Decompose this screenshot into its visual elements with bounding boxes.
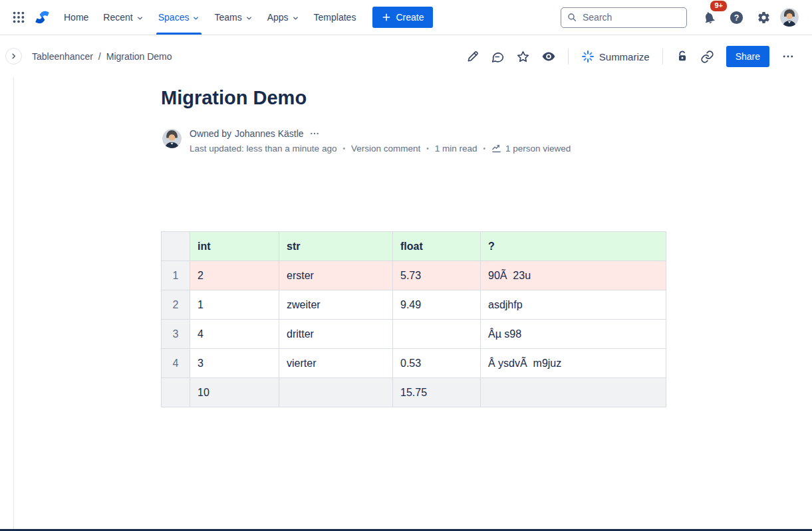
nav-item-teams[interactable]: Teams [207, 0, 259, 35]
nav-left: Home Recent Spaces Teams [8, 0, 433, 35]
table-header-row: int str float ? [162, 232, 666, 261]
unlock-icon [676, 50, 689, 63]
row-number [162, 378, 190, 407]
create-button[interactable]: Create [372, 7, 433, 28]
table-cell: 0.53 [393, 349, 481, 378]
copy-link-button[interactable] [697, 46, 718, 67]
chevron-down-icon [292, 15, 299, 22]
summarize-button[interactable]: Summarize [577, 46, 654, 67]
breadcrumb-separator: / [98, 51, 101, 62]
nav-item-label: Templates [314, 12, 356, 23]
table-cell [279, 378, 393, 407]
chevron-down-icon [192, 15, 200, 22]
confluence-page: Home Recent Spaces Teams [0, 0, 812, 531]
nav-item-apps[interactable]: Apps [260, 0, 307, 35]
watch-button[interactable] [538, 46, 559, 67]
nav-item-templates[interactable]: Templates [307, 0, 364, 35]
owner-more-button[interactable] [310, 129, 319, 138]
table-cell: 90Ã 23u [481, 261, 666, 290]
sidebar-expand-button[interactable] [5, 48, 22, 64]
app-switcher-icon[interactable] [8, 7, 29, 28]
svg-text:?: ? [734, 13, 739, 23]
byline-text: Owned by Johannes Kästle Last updated: l… [190, 129, 571, 154]
table-summary-row: 10 15.75 [162, 378, 666, 407]
edit-button[interactable] [462, 46, 483, 67]
create-button-label: Create [396, 12, 424, 23]
table-cell: vierter [279, 349, 393, 378]
version-comment-text: Version comment [351, 144, 420, 154]
eye-icon [541, 49, 556, 64]
more-actions-button[interactable] [777, 46, 799, 67]
table-cell [481, 378, 666, 407]
notifications-button[interactable]: 9+ [698, 7, 720, 28]
content-table: int str float ? 1 2 erster 5.73 90Ã 23u … [161, 231, 666, 407]
settings-button[interactable] [753, 7, 774, 28]
nav-item-recent[interactable]: Recent [96, 0, 150, 35]
sidebar-rail [13, 35, 14, 531]
gear-icon [757, 11, 771, 25]
breadcrumb-page-link[interactable]: Migration Demo [106, 51, 172, 62]
table-row: 1 2 erster 5.73 90Ã 23u [162, 261, 666, 290]
table-cell: erster [279, 261, 393, 290]
nav-item-label: Teams [214, 12, 241, 23]
ellipsis-icon [781, 50, 795, 63]
chevron-down-icon [245, 15, 253, 22]
table-cell: Âµ s98 [481, 320, 666, 349]
nav-item-label: Apps [267, 12, 289, 23]
meta-separator: • [483, 145, 486, 152]
table-cell: 2 [190, 261, 279, 290]
row-number: 1 [162, 261, 190, 290]
summarize-label: Summarize [599, 51, 650, 62]
page-toolbar: Tableenhancer / Migration Demo [0, 35, 812, 78]
table-cell: 9.49 [393, 290, 481, 320]
plus-icon [382, 13, 391, 22]
user-avatar[interactable] [780, 8, 799, 27]
help-button[interactable]: ? [726, 7, 747, 28]
breadcrumb-space-link[interactable]: Tableenhancer [32, 51, 93, 62]
column-header: int [190, 232, 279, 261]
notifications-badge: 9+ [709, 0, 728, 13]
views-text: 1 person viewed [505, 144, 571, 154]
owner-name-link[interactable]: Johannes Kästle [235, 128, 304, 139]
restrictions-button[interactable] [672, 46, 693, 67]
star-button[interactable] [513, 46, 534, 67]
table-cell: Â ysdvÃ m9juz [481, 349, 666, 378]
table-cell: 1 [190, 290, 279, 320]
table-cell: dritter [279, 320, 393, 349]
share-button[interactable]: Share [726, 46, 769, 67]
top-navigation: Home Recent Spaces Teams [0, 0, 812, 35]
divider [568, 49, 569, 64]
table-cell: 10 [190, 378, 279, 407]
table-cell: zweiter [279, 290, 393, 320]
chevron-right-icon [10, 53, 17, 60]
table-cell: 5.73 [393, 261, 481, 290]
table-row: 3 4 dritter Âµ s98 [162, 320, 666, 349]
search-input[interactable] [561, 7, 687, 28]
nav-item-label: Spaces [158, 12, 190, 23]
column-header: ? [481, 232, 666, 261]
nav-item-home[interactable]: Home [57, 0, 96, 35]
meta-line: Last updated: less than a minute ago • V… [190, 144, 571, 154]
page-title: Migration Demo [161, 87, 307, 109]
comment-icon [491, 50, 505, 64]
row-number: 4 [162, 349, 190, 378]
byline: Owned by Johannes Kästle Last updated: l… [162, 129, 571, 154]
divider [662, 49, 663, 64]
nav-item-spaces[interactable]: Spaces [151, 0, 207, 35]
question-icon: ? [729, 10, 744, 25]
owner-avatar[interactable] [162, 129, 182, 148]
nav-right: 9+ ? [561, 7, 799, 28]
ellipsis-icon [310, 129, 319, 138]
breadcrumb: Tableenhancer / Migration Demo [32, 51, 172, 62]
table-row: 4 3 vierter 0.53 Â ysdvÃ m9juz [162, 349, 666, 378]
read-time-text: 1 min read [435, 144, 477, 154]
row-number-header [162, 232, 190, 261]
owned-by-label: Owned by [190, 128, 231, 139]
owner-line: Owned by Johannes Kästle [190, 128, 571, 139]
comment-button[interactable] [487, 46, 509, 67]
star-icon [516, 50, 530, 64]
confluence-logo-icon[interactable] [33, 9, 51, 26]
table-cell [393, 320, 481, 349]
analytics-views[interactable]: 1 person viewed [491, 144, 571, 154]
meta-separator: • [342, 145, 345, 152]
